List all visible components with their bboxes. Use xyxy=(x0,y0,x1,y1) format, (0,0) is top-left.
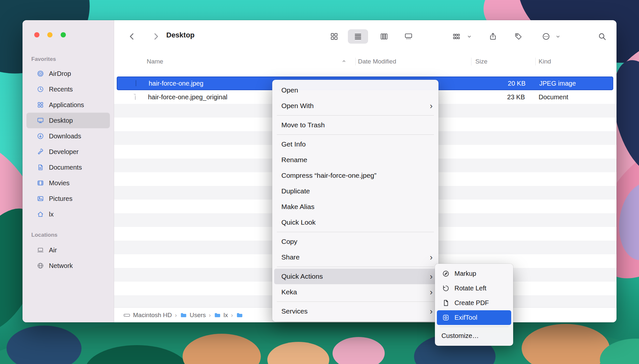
submenu-item-label: Create PDF xyxy=(454,299,510,307)
sidebar-item-label: Recents xyxy=(49,86,73,93)
column-divider[interactable] xyxy=(355,58,356,65)
airdrop-icon xyxy=(37,70,44,77)
folder-icon xyxy=(236,312,243,319)
file-size: 23 KB xyxy=(471,93,525,101)
submenu-chevron-icon: › xyxy=(430,102,433,110)
submenu-item-rotate-left[interactable]: Rotate Left xyxy=(435,281,513,296)
menu-item-get-info[interactable]: Get Info xyxy=(272,136,438,152)
pathbar-item-macintosh-hd[interactable]: Macintosh HD xyxy=(123,312,172,319)
markup-icon xyxy=(441,270,450,278)
forward-button[interactable] xyxy=(149,30,162,43)
menu-item-compress[interactable]: Compress “hair-force-one.jpeg” xyxy=(272,168,438,183)
menu-item-open[interactable]: Open xyxy=(272,82,438,98)
group-button[interactable] xyxy=(450,30,463,43)
gallery-view-icon xyxy=(404,32,413,41)
toolbar: Desktop xyxy=(114,20,617,53)
sidebar-item-air[interactable]: Air xyxy=(26,242,110,258)
column-header-name[interactable]: Name xyxy=(147,58,163,65)
sidebar-item-desktop[interactable]: Desktop xyxy=(26,113,110,128)
chevron-down-icon xyxy=(555,34,561,39)
desktop-icon xyxy=(37,117,44,124)
pathbar-separator-icon: › xyxy=(209,312,211,319)
column-divider[interactable] xyxy=(535,58,536,65)
menu-item-services[interactable]: Services› xyxy=(272,303,438,319)
tags-button[interactable] xyxy=(512,30,525,43)
file-name: hair-force-one.jpeg xyxy=(149,80,203,87)
list-header: Name Date Modified Size Kind xyxy=(114,53,617,70)
view-gallery-button[interactable] xyxy=(402,30,415,43)
pathbar-item-users[interactable]: Users xyxy=(180,312,206,319)
sort-ascending-icon xyxy=(341,58,347,64)
sidebar-item-recents[interactable]: Recents xyxy=(26,81,110,97)
submenu-chevron-icon: › xyxy=(430,288,433,296)
sidebar-item-movies[interactable]: Movies xyxy=(26,175,110,191)
sidebar-item-airdrop[interactable]: AirDrop xyxy=(26,66,110,81)
share-button[interactable] xyxy=(486,30,499,43)
group-icon xyxy=(452,32,461,41)
menu-item-label: Compress “hair-force-one.jpeg” xyxy=(281,172,433,179)
menu-item-label: Quick Actions xyxy=(281,273,430,280)
column-header-date-modified[interactable]: Date Modified xyxy=(358,58,396,65)
menu-item-copy[interactable]: Copy xyxy=(272,234,438,249)
sidebar-favorites-list: AirDrop Recents Applications Desktop Dow… xyxy=(22,66,114,222)
hammer-icon xyxy=(37,148,44,156)
submenu-item-label: ExifTool xyxy=(454,314,510,321)
sidebar-item-applications[interactable]: Applications xyxy=(26,97,110,113)
sidebar-item-documents[interactable]: Documents xyxy=(26,160,110,175)
search-button[interactable] xyxy=(596,30,609,43)
menu-item-share[interactable]: Share› xyxy=(272,249,438,265)
search-icon xyxy=(598,32,606,41)
view-columns-button[interactable] xyxy=(378,30,391,43)
sidebar-item-label: Pictures xyxy=(49,195,72,203)
rotate-left-icon xyxy=(441,285,450,292)
view-list-button[interactable] xyxy=(351,30,364,43)
sidebar-item-lx[interactable]: lx xyxy=(26,206,110,222)
file-kind: Document xyxy=(539,93,568,101)
submenu-item-markup[interactable]: Markup xyxy=(435,266,513,281)
submenu-chevron-icon: › xyxy=(430,307,433,315)
submenu-item-customize[interactable]: Customize… xyxy=(435,329,513,343)
menu-item-make-alias[interactable]: Make Alias xyxy=(272,199,438,215)
more-button[interactable] xyxy=(540,30,553,43)
sidebar-item-downloads[interactable]: Downloads xyxy=(26,128,110,144)
sidebar-item-developer[interactable]: Developer xyxy=(26,144,110,160)
submenu-item-exiftool[interactable]: ExifTool xyxy=(437,310,511,325)
menu-item-label: Quick Look xyxy=(281,218,433,226)
columns-view-icon xyxy=(380,32,388,41)
menu-item-duplicate[interactable]: Duplicate xyxy=(272,183,438,199)
column-header-size[interactable]: Size xyxy=(475,58,487,65)
menu-item-move-to-trash[interactable]: Move to Trash xyxy=(272,117,438,133)
sidebar-item-label: AirDrop xyxy=(49,70,71,77)
column-divider[interactable] xyxy=(471,58,471,65)
pathbar-separator-icon: › xyxy=(231,312,233,319)
sidebar-locations-list: Air Network xyxy=(22,242,114,273)
pathbar-item-lx[interactable]: lx xyxy=(214,312,228,319)
menu-item-quick-look[interactable]: Quick Look xyxy=(272,215,438,230)
menu-separator xyxy=(277,134,434,135)
ellipsis-circle-icon xyxy=(542,32,550,41)
menu-item-label: Get Info xyxy=(281,140,433,148)
submenu-item-label: Rotate Left xyxy=(454,285,510,292)
column-header-kind[interactable]: Kind xyxy=(539,58,551,65)
menu-item-open-with[interactable]: Open With› xyxy=(272,98,438,114)
menu-separator xyxy=(277,301,434,302)
view-grid-button[interactable] xyxy=(328,30,341,43)
share-icon xyxy=(489,32,497,41)
menu-item-quick-actions[interactable]: Quick Actions› xyxy=(274,269,437,284)
back-button[interactable] xyxy=(126,30,139,43)
sidebar-item-network[interactable]: Network xyxy=(26,258,110,273)
zoom-button[interactable] xyxy=(61,32,66,37)
minimize-button[interactable] xyxy=(47,32,52,37)
sidebar: Favorites AirDrop Recents Applications D… xyxy=(22,20,114,322)
sidebar-item-label: Movies xyxy=(49,179,69,187)
close-button[interactable] xyxy=(34,32,39,37)
chevron-down-icon xyxy=(466,34,472,39)
pathbar-item-truncated[interactable] xyxy=(236,312,243,319)
pathbar-separator-icon: › xyxy=(175,312,177,319)
sidebar-item-label: Documents xyxy=(49,164,82,171)
menu-item-rename[interactable]: Rename xyxy=(272,152,438,168)
menu-item-keka[interactable]: Keka› xyxy=(272,284,438,300)
menu-item-label: Make Alias xyxy=(281,203,433,211)
sidebar-item-pictures[interactable]: Pictures xyxy=(26,191,110,206)
submenu-item-create-pdf[interactable]: Create PDF xyxy=(435,296,513,310)
